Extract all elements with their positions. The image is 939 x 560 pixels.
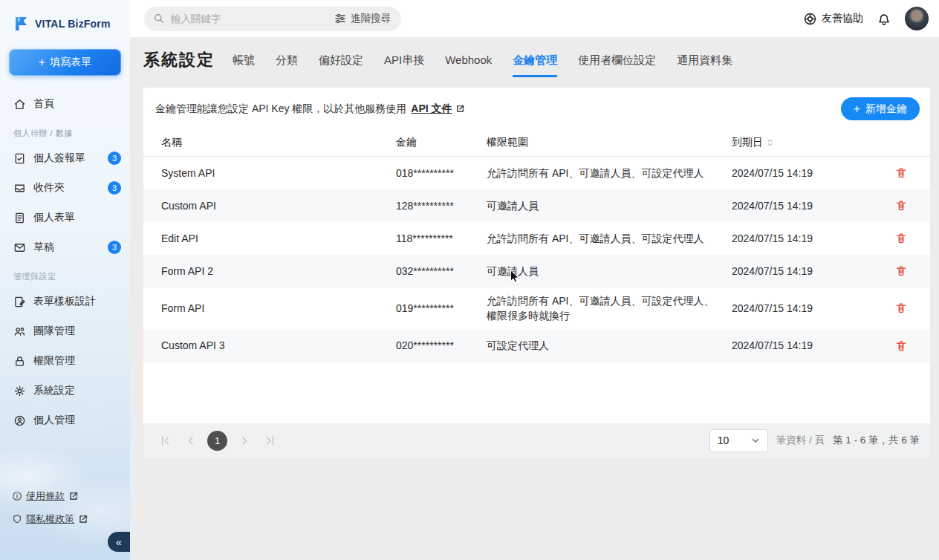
template-design-icon: [13, 296, 26, 308]
tab-category[interactable]: 分類: [276, 53, 298, 77]
sidebar-item-team-management[interactable]: 團隊管理: [0, 316, 130, 346]
page-size-select[interactable]: 10: [709, 429, 768, 452]
table-row: Edit API 118********** 允許訪問所有 API、可邀請人員、…: [143, 222, 930, 255]
user-avatar[interactable]: [905, 7, 929, 30]
trash-icon: [895, 167, 907, 179]
tab-webhook[interactable]: Webhook: [445, 53, 492, 77]
sidebar-item-drafts[interactable]: 草稿 3: [0, 232, 130, 262]
cell-name: Form API: [161, 295, 396, 322]
sort-icon: [766, 137, 774, 148]
sidebar-item-home[interactable]: 首頁: [0, 89, 130, 119]
help-label: 友善協助: [822, 12, 863, 25]
cell-expiry: 2024/07/15 14:19: [732, 160, 891, 186]
lock-icon: [13, 355, 26, 368]
cell-name: Edit API: [161, 225, 396, 252]
sidebar-item-label: 草稿: [33, 241, 54, 254]
key-management-card: 金鑰管理能讓您設定 API Key 權限，以於其他服務使用 API 文件 + 新…: [143, 88, 930, 458]
cell-key: 032**********: [396, 258, 487, 284]
search-input[interactable]: [171, 13, 328, 25]
envelope-icon: [13, 241, 26, 254]
delete-key-button[interactable]: [893, 198, 909, 214]
delete-key-button[interactable]: [893, 300, 909, 316]
sidebar-collapse-button[interactable]: «: [108, 532, 130, 552]
api-doc-link-label: API 文件: [411, 102, 452, 116]
footer-right: 10 筆資料 / 頁 第 1 - 6 筆，共 6 筆: [709, 429, 920, 452]
table-header: 名稱 金鑰 權限範圍 到期日: [143, 128, 930, 157]
document-icon: [13, 212, 26, 224]
description-text: 金鑰管理能讓您設定 API Key 權限，以於其他服務使用: [155, 102, 406, 116]
help-button[interactable]: 友善協助: [803, 12, 863, 26]
privacy-link[interactable]: 隱私權政策: [12, 512, 130, 526]
cell-expiry: 2024/07/15 14:19: [732, 192, 891, 219]
sliders-icon: [334, 13, 346, 25]
fill-form-button[interactable]: + 填寫表單: [9, 49, 121, 76]
range-text: 第 1 - 6 筆，共 6 筆: [833, 434, 920, 447]
tab-common-dataset[interactable]: 通用資料集: [677, 53, 732, 77]
previous-page-button[interactable]: [182, 432, 198, 449]
delete-key-button[interactable]: [893, 230, 909, 247]
sidebar-item-label: 表單樣板設計: [33, 295, 96, 308]
cell-expiry: 2024/07/15 14:19: [732, 225, 891, 252]
sidebar-item-personal-management[interactable]: 個人管理: [0, 406, 130, 435]
table-row: System API 018********** 允許訪問所有 API、可邀請人…: [143, 157, 930, 189]
last-page-icon: [264, 435, 276, 446]
next-page-button[interactable]: [236, 432, 253, 449]
trash-icon: [895, 340, 907, 352]
cell-expiry: 2024/07/15 14:19: [732, 295, 891, 322]
column-name: 名稱: [161, 136, 396, 149]
api-doc-link[interactable]: API 文件: [411, 102, 464, 116]
delete-key-button[interactable]: [893, 165, 909, 181]
cell-key: 128**********: [396, 192, 487, 219]
cell-expiry: 2024/07/15 14:19: [732, 332, 891, 359]
sidebar-item-sign-forms[interactable]: 個人簽報單 3: [0, 143, 130, 173]
first-page-button[interactable]: [157, 432, 173, 449]
brand-name: VITAL BizForm: [35, 18, 111, 30]
column-expiry[interactable]: 到期日: [732, 136, 891, 149]
current-page-button[interactable]: 1: [207, 431, 227, 451]
cell-key: 019**********: [396, 295, 487, 322]
sidebar-item-label: 個人簽報單: [33, 152, 85, 165]
card-description: 金鑰管理能讓您設定 API Key 權限，以於其他服務使用 API 文件: [155, 102, 465, 116]
terms-link[interactable]: 使用條款: [12, 489, 130, 503]
sidebar-item-permission-management[interactable]: 權限管理: [0, 346, 130, 376]
first-page-icon: [160, 435, 171, 446]
tab-api-integration[interactable]: API串接: [384, 53, 424, 77]
main-area: 進階搜尋 友善協助 系統設定 帳號 分類 偏好設定 API串接: [130, 0, 939, 560]
tab-key-management[interactable]: 金鑰管理: [513, 53, 557, 77]
tab-bar: 帳號 分類 偏好設定 API串接 Webhook 金鑰管理 使用者欄位設定 通用…: [233, 53, 732, 77]
cell-key: 118**********: [396, 225, 487, 252]
brand: VITAL BizForm: [0, 0, 130, 45]
sidebar-item-label: 權限管理: [33, 354, 75, 368]
advanced-search-button[interactable]: 進階搜尋: [334, 12, 391, 25]
delete-key-button[interactable]: [893, 263, 909, 279]
plus-icon: +: [854, 103, 860, 115]
sidebar-item-template-design[interactable]: 表單樣板設計: [0, 287, 130, 316]
trash-icon: [895, 302, 907, 314]
add-key-button[interactable]: + 新增金鑰: [841, 97, 920, 120]
cell-name: Custom API 3: [161, 332, 396, 359]
trash-icon: [895, 265, 907, 277]
chevron-down-icon: [751, 436, 760, 445]
person-circle-icon: [13, 414, 26, 427]
sidebar-item-inbox[interactable]: 收件夾 3: [0, 173, 130, 203]
sidebar-item-personal-forms[interactable]: 個人表單: [0, 203, 130, 232]
delete-key-button[interactable]: [893, 338, 909, 354]
terms-link-label: 使用條款: [26, 489, 65, 503]
sidebar-item-label: 團隊管理: [33, 325, 75, 338]
cell-scope: 允許訪問所有 API、可邀請人員、可設定代理人、權限很多時就換行: [487, 287, 732, 330]
tab-account[interactable]: 帳號: [233, 53, 255, 77]
plus-icon: +: [39, 56, 45, 68]
sidebar-item-label: 個人管理: [33, 414, 75, 427]
gear-icon: [13, 385, 26, 397]
sidebar: VITAL BizForm + 填寫表單 首頁 個人待辦 / 數據 個人簽報單 …: [0, 0, 130, 560]
add-key-label: 新增金鑰: [865, 102, 907, 116]
tab-preferences[interactable]: 偏好設定: [319, 53, 363, 77]
tab-user-fields[interactable]: 使用者欄位設定: [578, 53, 656, 77]
notification-bell-icon[interactable]: [877, 11, 891, 26]
sidebar-item-system-settings[interactable]: 系統設定: [0, 376, 130, 406]
sidebar-section-admin: 管理與設定: [0, 262, 130, 287]
chevron-right-icon: [239, 435, 250, 446]
privacy-link-label: 隱私權政策: [26, 512, 74, 526]
team-icon: [13, 325, 26, 338]
last-page-button[interactable]: [261, 432, 278, 449]
